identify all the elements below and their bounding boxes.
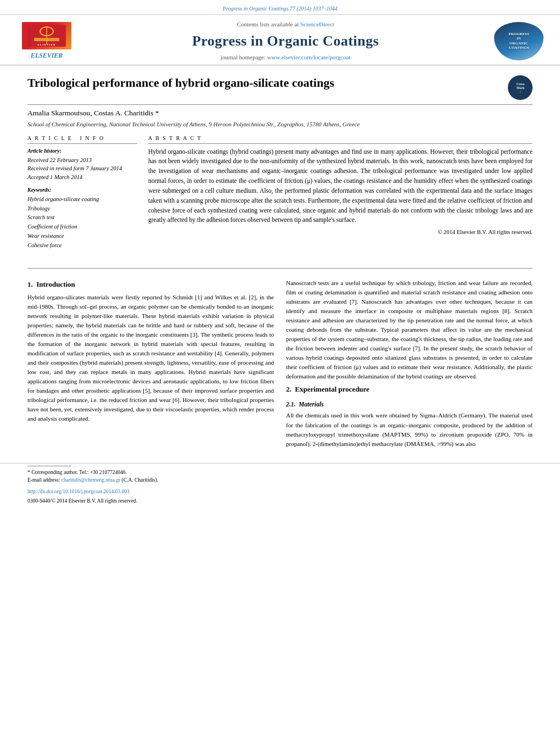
section1-heading: 1. Introduction — [27, 280, 274, 289]
main-content: Tribological performance of hybrid organ… — [0, 65, 560, 260]
elsevier-logo: ELSEVIER ELSEVIER — [16, 22, 77, 60]
section2-heading: 2. Experimental procedure — [286, 384, 533, 394]
elsevier-label: ELSEVIER — [31, 51, 63, 60]
journal-ref-text: Progress in Organic Coatings 77 (2014) 1… — [223, 5, 338, 12]
journal-reference-bar: Progress in Organic Coatings 77 (2014) 1… — [0, 0, 560, 15]
body-col-left: 1. Introduction Hybrid organo-silicates … — [27, 278, 274, 452]
svg-text:✓: ✓ — [519, 91, 522, 93]
journal-logo-icon: PROGRESSINORGANICCOATINGS — [494, 22, 544, 60]
email-link[interactable]: charitidis@chemeng.ntua.gr — [61, 477, 120, 483]
history-label: Article history: — [27, 147, 137, 155]
intro-paragraph: Hybrid organo-silicates materials were f… — [27, 293, 274, 424]
keywords-list: Hybrid organo-silicate coating Tribology… — [27, 195, 137, 250]
article-info-abstract: A R T I C L E I N F O Article history: R… — [27, 135, 533, 250]
article-info-label: A R T I C L E I N F O — [27, 135, 137, 144]
nanoscratch-paragraph: Nanoscratch tests are a useful technique… — [286, 278, 533, 382]
sciencedirect-link[interactable]: ScienceDirect — [300, 21, 334, 27]
article-title-section: Tribological performance of hybrid organ… — [27, 75, 533, 105]
footer-section: * Corresponding author. Tel.: +30 210772… — [0, 463, 560, 511]
sciencedirect-line: Contents lists available at ScienceDirec… — [77, 20, 494, 29]
affiliation: School of Chemical Engineering, National… — [27, 120, 533, 129]
header-center: Contents lists available at ScienceDirec… — [77, 20, 494, 62]
corresponding-author-note: * Corresponding author. Tel.: +30 210772… — [27, 468, 533, 484]
svg-text:Mark: Mark — [516, 86, 524, 90]
homepage-link[interactable]: www.elsevier.com/locate/porgcoat — [267, 54, 351, 60]
svg-text:Cross: Cross — [516, 82, 524, 86]
abstract-label: A B S T R A C T — [148, 135, 533, 144]
article-title: Tribological performance of hybrid organ… — [27, 75, 500, 91]
journal-title-header: Progress in Organic Coatings — [77, 31, 494, 51]
keywords-label: Keywords: — [27, 186, 137, 194]
materials-paragraph: All the chemicals used in this work were… — [286, 411, 533, 448]
received-date-1: Received 22 February 2013 Received in re… — [27, 156, 137, 182]
elsevier-box-icon: ELSEVIER — [22, 22, 71, 49]
svg-rect-3 — [34, 38, 59, 41]
authors-line: Amalia Skarmoutsou, Costas A. Charitidis… — [27, 108, 533, 119]
issn-line: 0300-9440/© 2014 Elsevier B.V. All right… — [27, 497, 533, 505]
crossmark-badge-icon: Cross Mark ✓ — [508, 75, 533, 100]
svg-text:ELSEVIER: ELSEVIER — [37, 43, 55, 46]
copyright-line: © 2014 Elsevier B.V. All rights reserved… — [148, 228, 533, 237]
article-info-col: A R T I C L E I N F O Article history: R… — [27, 135, 137, 250]
body-col-right: Nanoscratch tests are a useful technique… — [286, 278, 533, 452]
section-divider — [27, 268, 533, 269]
footnote-divider — [27, 466, 71, 466]
email-label: E-mail address: — [27, 477, 60, 483]
abstract-text: Hybrid organo-silicate coatings (hybrid … — [148, 147, 533, 226]
doi-link[interactable]: http://dx.doi.org/10.1016/j.porgcoat.201… — [27, 489, 130, 494]
body-content: 1. Introduction Hybrid organo-silicates … — [0, 276, 560, 463]
header-band: ELSEVIER ELSEVIER Contents lists availab… — [0, 15, 560, 65]
homepage-line: journal homepage: www.elsevier.com/locat… — [77, 53, 494, 62]
abstract-col: A B S T R A C T Hybrid organo-silicate c… — [148, 135, 533, 250]
section2-1-heading: 2.1. Materials — [286, 400, 533, 409]
